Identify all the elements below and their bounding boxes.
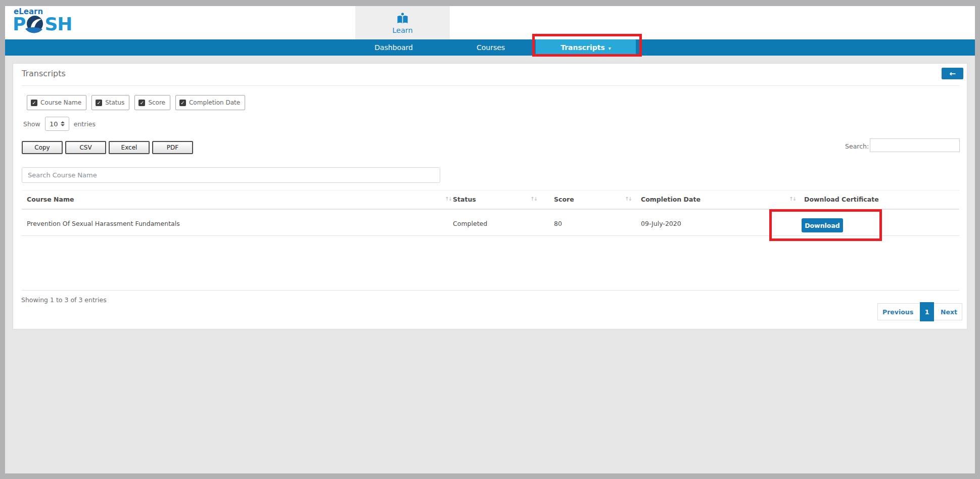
current-page-button[interactable]: 1 <box>920 302 934 321</box>
logo-posh-text: P SH <box>13 13 72 35</box>
cell-score: 80 <box>554 220 562 227</box>
toggle-label: Status <box>105 99 124 106</box>
back-button[interactable]: ← <box>942 68 963 79</box>
checkbox-checked-icon: ✓ <box>31 100 37 106</box>
page-length-value: 10 <box>50 120 58 128</box>
cell-completion-date: 09-July-2020 <box>641 220 681 227</box>
cell-status: Completed <box>453 220 487 227</box>
column-header-completion-date[interactable]: Completion Date <box>641 196 701 203</box>
column-header-course-name[interactable]: Course Name <box>27 196 74 203</box>
logo-o-hand-icon <box>25 14 45 36</box>
excel-button[interactable]: Excel <box>109 141 150 154</box>
sort-icon[interactable]: ↑↓ <box>530 196 537 202</box>
page-length-select[interactable]: 10 <box>45 117 69 131</box>
next-page-button[interactable]: Next <box>936 308 962 316</box>
brand-logo[interactable]: eLearn P SH <box>13 7 72 35</box>
column-header-status[interactable]: Status <box>453 196 476 203</box>
toggle-label: Score <box>148 99 165 106</box>
table-search-input[interactable] <box>870 138 960 152</box>
entries-label: entries <box>74 120 96 128</box>
tab-learn-label: Learn <box>392 26 413 34</box>
show-label: Show <box>23 120 40 128</box>
checkbox-checked-icon: ✓ <box>179 100 186 106</box>
column-toggle-completion-date[interactable]: ✓ Completion Date <box>175 95 245 110</box>
title-divider <box>22 85 959 86</box>
copy-button[interactable]: Copy <box>22 141 63 154</box>
logo-letter-p: P <box>13 14 25 34</box>
export-button-group: Copy CSV Excel PDF <box>22 141 193 154</box>
course-name-search-input[interactable] <box>22 167 440 183</box>
previous-page-button[interactable]: Previous <box>878 308 918 316</box>
column-toggle-group: ✓ Course Name ✓ Status ✓ Score ✓ Complet… <box>27 95 245 110</box>
table-bottom-border <box>22 290 959 291</box>
app-window: eLearn P SH Learn <box>5 6 975 473</box>
tab-learn[interactable]: Learn <box>355 6 450 39</box>
top-header: eLearn P SH Learn <box>5 6 975 39</box>
checkbox-checked-icon: ✓ <box>138 100 145 106</box>
column-header-download-certificate: Download Certificate <box>804 196 879 203</box>
main-navbar: Dashboard Courses Transcripts ▾ <box>5 39 975 56</box>
nav-item-courses[interactable]: Courses <box>477 39 505 56</box>
back-arrow-icon: ← <box>949 69 956 78</box>
pagination: Previous 1 Next <box>877 303 962 320</box>
entries-summary: Showing 1 to 3 of 3 entries <box>21 296 107 304</box>
column-toggle-course-name[interactable]: ✓ Course Name <box>27 95 86 110</box>
checkbox-checked-icon: ✓ <box>96 100 102 106</box>
cell-course-name: Prevention Of Sexual Harassment Fundamen… <box>27 220 180 227</box>
toggle-label: Course Name <box>40 99 81 106</box>
table-header-top-border <box>22 190 959 190</box>
page-length-control: Show 10 entries <box>23 117 96 131</box>
pdf-button[interactable]: PDF <box>152 141 193 154</box>
annotation-box-transcripts <box>532 34 642 57</box>
stepper-arrows-icon <box>61 121 65 126</box>
arrow-up-icon <box>61 121 65 123</box>
toggle-label: Completion Date <box>189 99 240 106</box>
page-title: Transcripts <box>22 69 66 78</box>
arrow-down-icon <box>61 124 65 126</box>
column-toggle-status[interactable]: ✓ Status <box>91 95 129 110</box>
column-header-score[interactable]: Score <box>554 196 574 203</box>
annotation-box-download <box>769 209 882 241</box>
sort-icon[interactable]: ↑↓ <box>625 196 631 202</box>
nav-item-dashboard[interactable]: Dashboard <box>375 39 413 56</box>
transcripts-card: Transcripts ← ✓ Course Name ✓ Status ✓ S… <box>13 63 967 329</box>
book-reader-icon <box>396 12 409 25</box>
logo-letters-sh: SH <box>44 14 72 34</box>
column-toggle-score[interactable]: ✓ Score <box>134 95 170 110</box>
csv-button[interactable]: CSV <box>65 141 106 154</box>
search-label: Search: <box>845 142 869 150</box>
sort-icon[interactable]: ↑↓ <box>445 196 451 202</box>
sort-icon[interactable]: ↑↓ <box>789 196 796 202</box>
